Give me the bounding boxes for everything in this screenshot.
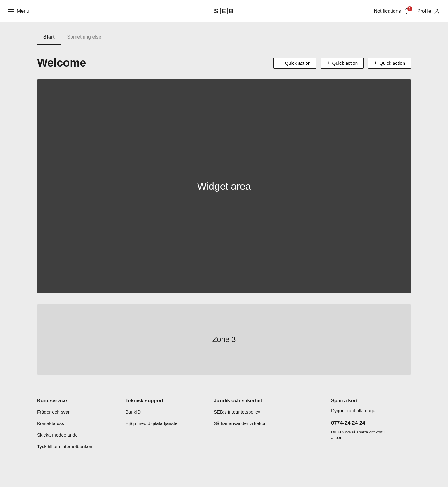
svg-point-0 [436,9,438,11]
quick-action-button[interactable]: + Quick action [368,58,411,69]
notifications-badge: 2 [407,6,412,11]
heading-row: Welcome + Quick action + Quick action + … [37,56,411,69]
footer-col-juridik: Juridik och säkerhet SEB:s integritetspo… [214,398,302,455]
topbar: Menu SEB Notifications 2 Profile [0,0,448,22]
user-icon [434,8,440,14]
footer-link[interactable]: Skicka meddelande [37,432,125,437]
footer-link[interactable]: SEB:s integritetspolicy [214,409,302,414]
quick-action-label: Quick action [332,60,358,66]
quick-actions: + Quick action + Quick action + Quick ac… [273,58,411,69]
block-card-phone[interactable]: 0774-24 24 24 [331,420,393,426]
widget-area: Widget area [37,79,411,293]
profile-label: Profile [417,8,431,14]
tab-start[interactable]: Start [37,31,61,45]
footer-divider [37,388,391,388]
zone-3-label: Zone 3 [212,335,236,344]
footer-col-teknisk-support: Teknisk support BankID Hjälp med digital… [125,398,214,455]
logo[interactable]: SEB [214,7,234,15]
plus-icon: + [327,60,329,65]
quick-action-label: Quick action [379,60,405,66]
main-container: Start Something else Welcome + Quick act… [37,31,411,474]
footer-heading: Teknisk support [125,398,214,404]
footer-heading: Kundservice [37,398,125,404]
footer-col-kundservice: Kundservice Frågor och svar Kontakta oss… [37,398,125,455]
tab-label: Start [43,34,54,40]
quick-action-button[interactable]: + Quick action [273,58,316,69]
profile-button[interactable]: Profile [417,8,440,14]
footer-link[interactable]: Kontakta oss [37,421,125,426]
notifications-label: Notifications [374,8,401,14]
menu-label: Menu [17,8,29,14]
plus-icon: + [279,60,282,65]
block-card-heading: Spärra kort [331,398,393,404]
block-card-subtitle: Dygnet runt alla dagar [331,408,393,413]
footer-link[interactable]: BankID [125,409,214,414]
footer-link[interactable]: Så här använder vi kakor [214,421,302,426]
zone-3: Zone 3 [37,304,411,375]
footer-link[interactable]: Hjälp med digitala tjänster [125,421,214,426]
footer-link[interactable]: Frågor och svar [37,409,125,414]
notifications-button[interactable]: Notifications 2 [374,8,409,14]
footer: Kundservice Frågor och svar Kontakta oss… [37,398,411,455]
tabs: Start Something else [37,31,411,45]
topbar-right: Notifications 2 Profile [374,8,440,14]
bell-icon: 2 [404,8,410,14]
footer-link[interactable]: Tyck till om internetbanken [37,444,125,449]
quick-action-label: Quick action [285,60,311,66]
footer-heading: Juridik och säkerhet [214,398,302,404]
widget-area-label: Widget area [197,181,251,192]
page-title: Welcome [37,56,86,69]
menu-button[interactable]: Menu [8,8,29,14]
block-card-note: Du kan också spärra ditt kort i appen! [331,429,393,441]
footer-vertical-divider [302,398,302,435]
footer-block-card: Spärra kort Dygnet runt alla dagar 0774-… [331,398,393,455]
logo-text: SEB [214,7,234,15]
hamburger-icon [8,9,14,13]
quick-action-button[interactable]: + Quick action [321,58,364,69]
tab-label: Something else [67,34,101,40]
plus-icon: + [374,60,377,65]
tab-something-else[interactable]: Something else [61,31,107,45]
